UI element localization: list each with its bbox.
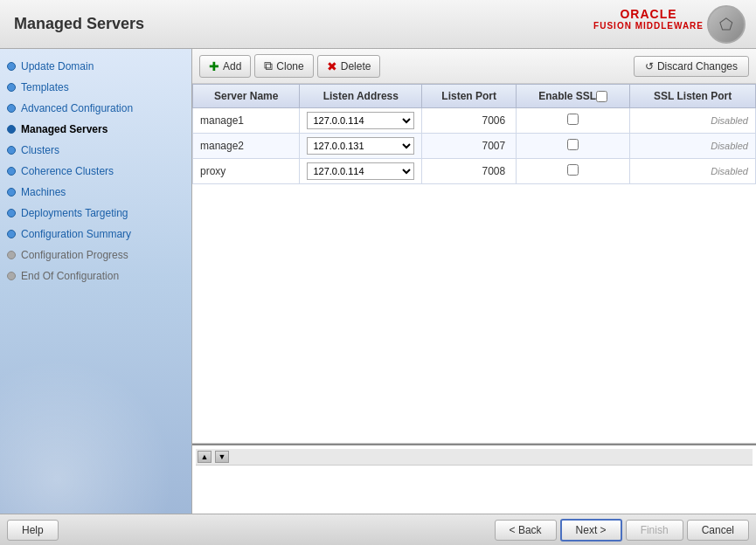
col-enable-ssl: Enable SSL (517, 85, 630, 108)
log-btn-down[interactable]: ▼ (215, 451, 229, 463)
sidebar-label: Update Domain (21, 60, 94, 72)
help-button[interactable]: Help (7, 520, 59, 541)
sidebar-item-end-of-configuration: End Of Configuration (0, 266, 191, 286)
sidebar-dot (7, 62, 16, 71)
cancel-button[interactable]: Cancel (687, 520, 749, 541)
log-btn-up[interactable]: ▲ (198, 451, 212, 463)
sidebar-label: End Of Configuration (21, 270, 119, 282)
server-name-cell: manage2 (193, 134, 300, 159)
listen-address-cell: 127.0.0.114 (300, 159, 422, 184)
sidebar-dot (7, 125, 16, 134)
back-label: < Back (510, 524, 542, 536)
main-layout: Update Domain Templates Advanced Configu… (0, 49, 756, 514)
enable-ssl-checkbox[interactable] (567, 114, 579, 125)
col-server-name: Server Name (193, 85, 300, 108)
log-toolbar: ▲ ▼ (196, 449, 753, 466)
sidebar-label: Clusters (21, 144, 59, 156)
sidebar-item-advanced-configuration[interactable]: Advanced Configuration (0, 98, 191, 119)
oracle-icon (707, 5, 746, 44)
sidebar: Update Domain Templates Advanced Configu… (0, 49, 192, 514)
enable-ssl-checkbox[interactable] (567, 139, 579, 150)
discard-changes-button[interactable]: ↺ Discard Changes (634, 56, 749, 77)
table-row: manage1 127.0.0.114 7006 Di (193, 108, 756, 134)
content-area: ✚ Add ⧉ Clone ✖ Delete ↺ Discard Changes (192, 49, 756, 514)
table-row: manage2 127.0.0.131 7007 Di (193, 134, 756, 159)
listen-address-select[interactable]: 127.0.0.114 (307, 112, 414, 129)
sidebar-dot (7, 167, 16, 176)
footer: Help < Back Next > Finish Cancel (0, 514, 756, 545)
col-ssl-listen-port: SSL Listen Port (630, 85, 756, 108)
sidebar-decoration (0, 339, 192, 514)
sidebar-label: Coherence Clusters (21, 165, 114, 177)
sidebar-dot (7, 230, 16, 238)
sidebar-label: Configuration Progress (21, 249, 128, 261)
sidebar-item-coherence-clusters[interactable]: Coherence Clusters (0, 161, 191, 182)
sidebar-item-managed-servers: Managed Servers (0, 119, 191, 140)
page-title: Managed Servers (14, 15, 144, 33)
table-row: proxy 127.0.0.114 7008 Disa (193, 159, 756, 184)
enable-ssl-cell (517, 134, 630, 159)
listen-address-cell: 127.0.0.114 (300, 108, 422, 134)
clone-label: Clone (276, 60, 303, 72)
add-label: Add (223, 60, 241, 72)
listen-port-cell: 7008 (422, 159, 517, 184)
next-button[interactable]: Next > (560, 519, 622, 542)
enable-ssl-header-checkbox[interactable] (596, 91, 607, 102)
add-button[interactable]: ✚ Add (199, 55, 251, 78)
sidebar-dot (7, 104, 16, 113)
ssl-listen-port-cell: Disabled (630, 159, 756, 184)
header: Managed Servers ORACLE FUSION MIDDLEWARE (0, 0, 756, 49)
sidebar-label: Advanced Configuration (21, 102, 133, 114)
delete-button[interactable]: ✖ Delete (317, 55, 381, 78)
sidebar-label: Templates (21, 81, 69, 93)
sidebar-item-update-domain[interactable]: Update Domain (0, 56, 191, 77)
listen-address-select[interactable]: 127.0.0.131 (307, 137, 414, 155)
sidebar-dot (7, 146, 16, 155)
sidebar-item-configuration-progress: Configuration Progress (0, 245, 191, 266)
sidebar-item-clusters[interactable]: Clusters (0, 140, 191, 161)
server-name-cell: proxy (193, 159, 300, 184)
toolbar: ✚ Add ⧉ Clone ✖ Delete ↺ Discard Changes (192, 49, 756, 84)
back-button[interactable]: < Back (495, 520, 557, 541)
sidebar-dot (7, 83, 16, 92)
sidebar-label: Deployments Targeting (21, 207, 128, 219)
sidebar-item-templates[interactable]: Templates (0, 77, 191, 98)
sidebar-label: Managed Servers (21, 123, 108, 135)
discard-label: Discard Changes (657, 60, 738, 72)
oracle-logo: ORACLE FUSION MIDDLEWARE (593, 7, 704, 31)
col-listen-address: Listen Address (300, 85, 422, 108)
listen-port-cell: 7007 (422, 134, 517, 159)
col-listen-port: Listen Port (422, 85, 517, 108)
finish-button: Finish (626, 520, 683, 541)
table-header-row: Server Name Listen Address Listen Port E… (193, 85, 756, 108)
sidebar-dot (7, 209, 16, 217)
oracle-sub: FUSION MIDDLEWARE (593, 21, 704, 31)
sidebar-item-deployments-targeting[interactable]: Deployments Targeting (0, 203, 191, 224)
enable-ssl-checkbox[interactable] (567, 164, 579, 176)
sidebar-dot (7, 272, 16, 280)
servers-table-container: Server Name Listen Address Listen Port E… (192, 84, 756, 444)
sidebar-item-machines[interactable]: Machines (0, 182, 191, 203)
delete-icon: ✖ (327, 59, 337, 73)
clone-button[interactable]: ⧉ Clone (254, 54, 313, 78)
listen-address-cell: 127.0.0.131 (300, 134, 422, 159)
ssl-listen-port-cell: Disabled (630, 134, 756, 159)
sidebar-item-configuration-summary[interactable]: Configuration Summary (0, 224, 191, 245)
oracle-text: ORACLE (620, 7, 676, 21)
sidebar-label: Machines (21, 186, 66, 198)
discard-icon: ↺ (645, 60, 654, 72)
finish-label: Finish (641, 524, 669, 536)
listen-address-select[interactable]: 127.0.0.114 (307, 162, 414, 180)
cancel-label: Cancel (702, 524, 734, 536)
sidebar-dot (7, 251, 16, 259)
enable-ssl-cell (517, 159, 630, 184)
sidebar-dot (7, 188, 16, 197)
next-label: Next > (576, 524, 607, 536)
sidebar-label: Configuration Summary (21, 228, 131, 240)
servers-table: Server Name Listen Address Listen Port E… (192, 84, 756, 184)
help-label: Help (22, 524, 44, 536)
clone-icon: ⧉ (264, 59, 273, 73)
add-icon: ✚ (209, 59, 219, 73)
ssl-listen-port-cell: Disabled (630, 108, 756, 134)
listen-port-cell: 7006 (422, 108, 517, 134)
